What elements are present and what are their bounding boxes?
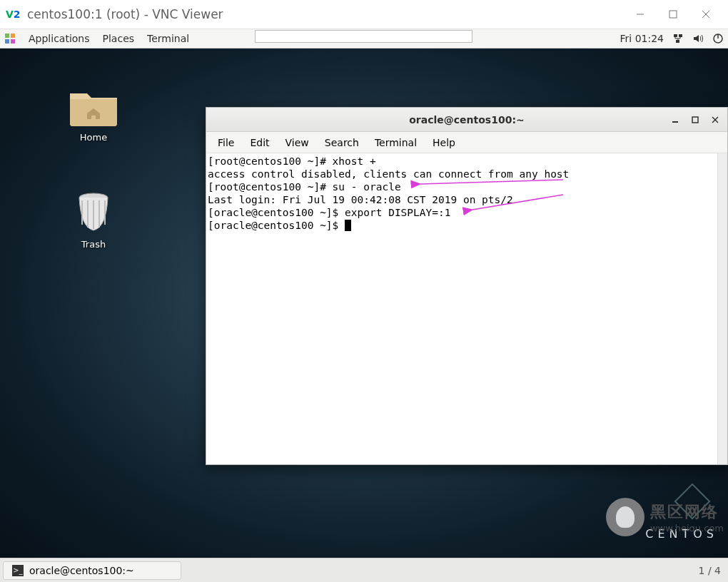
terminal-minimize-button[interactable] [667, 112, 683, 128]
terminal-close-button[interactable] [707, 112, 723, 128]
svg-rect-7 [5, 39, 9, 44]
svg-text:V2: V2 [6, 9, 20, 20]
svg-rect-16 [692, 117, 698, 123]
panel-places[interactable]: Places [103, 33, 135, 44]
svg-rect-8 [11, 39, 15, 44]
desktop-icon-trash[interactable]: Trash [61, 185, 126, 250]
power-icon[interactable] [712, 33, 724, 44]
terminal-menu-terminal[interactable]: Terminal [368, 134, 424, 151]
vnc-titlebar: V2 centos100:1 (root) - VNC Viewer [0, 0, 728, 29]
network-icon[interactable] [672, 33, 684, 44]
activities-icon[interactable] [4, 33, 16, 44]
watermark-line2: www.heiqu.com [650, 523, 724, 534]
terminal-titlebar[interactable]: oracle@centos100:~ [206, 108, 727, 132]
taskbar-item-terminal[interactable]: >_ oracle@centos100:~ [3, 561, 181, 580]
terminal-menu-help[interactable]: Help [425, 134, 462, 151]
watermark: 黑区网络 www.heiqu.com [606, 498, 724, 536]
svg-rect-2 [669, 11, 677, 18]
terminal-line: [oracle@centos100 ~]$ [208, 220, 345, 231]
vnc-logo-icon: V2 [6, 7, 20, 21]
terminal-app-icon: >_ [12, 565, 24, 576]
terminal-line: Last login: Fri Jul 19 00:42:08 CST 2019… [208, 194, 513, 205]
desktop-icon-home[interactable]: Home [61, 78, 126, 143]
workspace-pager[interactable]: 1 / 4 [699, 565, 721, 576]
taskbar: >_ oracle@centos100:~ 1 / 4 [0, 558, 728, 582]
desktop-icon-label: Home [61, 132, 126, 143]
terminal-title: oracle@centos100:~ [409, 114, 525, 126]
terminal-line: access control disabled, clients can con… [208, 168, 569, 180]
vnc-window-title: centos100:1 (root) - VNC Viewer [27, 7, 624, 21]
terminal-scrollbar[interactable] [717, 153, 727, 464]
vnc-maximize-button[interactable] [657, 3, 689, 26]
panel-input-box[interactable] [255, 30, 472, 43]
watermark-line1: 黑区网络 [650, 501, 724, 523]
folder-home-icon [66, 83, 121, 128]
terminal-line: [root@centos100 ~]# xhost + [208, 155, 376, 167]
vnc-minimize-button[interactable] [624, 3, 657, 26]
vnc-close-button[interactable] [689, 3, 722, 26]
desktop[interactable]: Home Trash CENTOS oracle@centos100:~ F [0, 48, 728, 558]
terminal-menu-edit[interactable]: Edit [243, 134, 276, 151]
terminal-body[interactable]: [root@centos100 ~]# xhost + access contr… [206, 153, 727, 464]
terminal-window[interactable]: oracle@centos100:~ File Edit View Search… [206, 107, 728, 465]
volume-icon[interactable] [692, 33, 704, 44]
trash-icon [72, 190, 115, 235]
svg-rect-11 [676, 40, 679, 43]
terminal-menubar: File Edit View Search Terminal Help [206, 132, 727, 153]
svg-rect-6 [11, 34, 15, 38]
svg-rect-10 [679, 34, 682, 37]
panel-applications[interactable]: Applications [29, 33, 90, 44]
watermark-logo-icon [606, 498, 644, 536]
svg-rect-9 [674, 34, 677, 37]
terminal-maximize-button[interactable] [687, 112, 703, 128]
terminal-line: [root@centos100 ~]# su - oracle [208, 181, 401, 193]
terminal-menu-search[interactable]: Search [318, 134, 366, 151]
desktop-icon-label: Trash [61, 239, 126, 250]
svg-line-19 [420, 180, 563, 184]
terminal-cursor [345, 220, 351, 231]
taskbar-item-label: oracle@centos100:~ [29, 565, 134, 576]
panel-terminal[interactable]: Terminal [147, 33, 189, 44]
terminal-line: [oracle@centos100 ~]$ export DISPLAY=:1 [208, 207, 450, 218]
terminal-menu-file[interactable]: File [211, 134, 241, 151]
panel-clock[interactable]: Fri 01:24 [620, 33, 664, 44]
svg-rect-5 [5, 34, 9, 38]
terminal-menu-view[interactable]: View [278, 134, 316, 151]
